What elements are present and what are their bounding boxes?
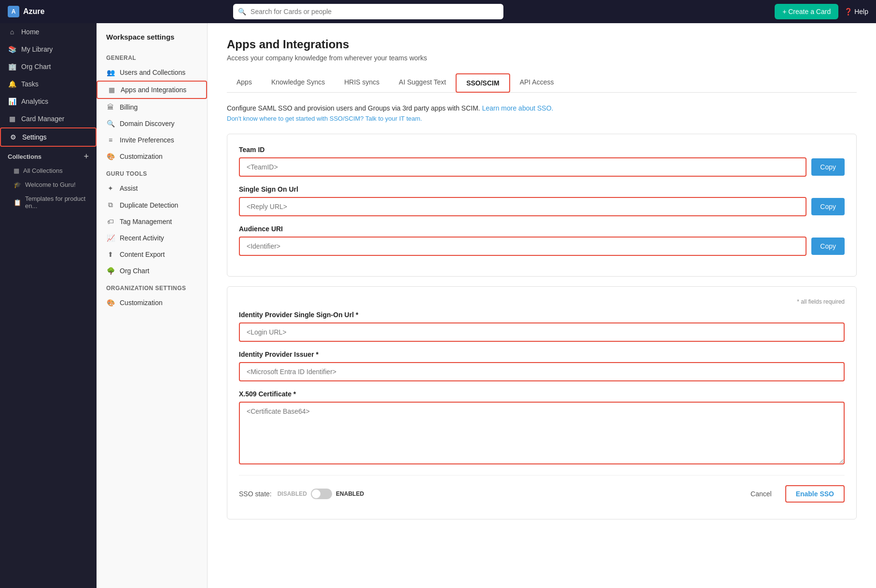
analytics-icon: 📊 (8, 98, 16, 105)
settings-item-duplicate-detection[interactable]: ⧉Duplicate Detection (97, 196, 207, 213)
field-textarea-x509-cert[interactable] (239, 402, 845, 464)
settings-item-org-chart[interactable]: 🌳Org Chart (97, 263, 207, 279)
tag-management-icon: 🏷 (106, 218, 115, 225)
settings-item-tag-management[interactable]: 🏷Tag Management (97, 213, 207, 230)
settings-item-apps-and-integrations[interactable]: ▦Apps and Integrations (97, 81, 207, 99)
collection-item-all-collections[interactable]: ▦All Collections (0, 164, 97, 178)
app-name: Azure (23, 7, 44, 16)
field-group-idp-issuer: Identity Provider Issuer * (239, 350, 845, 381)
tab-apps[interactable]: Apps (227, 73, 262, 92)
disabled-label: DISABLED (278, 490, 307, 497)
sidebar-item-card-manager[interactable]: ▦Card Manager (0, 110, 97, 127)
collections-header: Collections + (0, 147, 97, 164)
sidebar-item-settings[interactable]: ⚙Settings (0, 127, 97, 147)
main-layout: ⌂Home📚My Library🏢Org Chart🔔Tasks📊Analyti… (0, 23, 876, 588)
settings-item-users-and-collections[interactable]: 👥Users and Collections (97, 64, 207, 81)
field-label-audience-uri: Audience URI (239, 225, 845, 233)
settings-item-billing[interactable]: 🏛Billing (97, 99, 207, 115)
invite-preferences-icon: ≡ (106, 136, 115, 144)
logo-icon: A (8, 6, 19, 17)
search-input[interactable] (233, 4, 503, 19)
assist-icon: ✦ (106, 184, 115, 192)
tasks-icon: 🔔 (8, 80, 16, 88)
left-sidebar: ⌂Home📚My Library🏢Org Chart🔔Tasks📊Analyti… (0, 23, 97, 588)
sso-toggle-wrap: DISABLED ENABLED (278, 489, 364, 499)
help-icon: ❓ (844, 8, 852, 15)
help-button[interactable]: ❓ Help (844, 8, 868, 15)
field-group-idp-sso-url: Identity Provider Single Sign-On Url * (239, 311, 845, 342)
general-section-label: General (97, 49, 207, 64)
sidebar-item-my-library[interactable]: 📚My Library (0, 41, 97, 58)
sidebar-item-analytics[interactable]: 📊Analytics (0, 93, 97, 110)
learn-more-link[interactable]: Learn more about SSO. (482, 104, 554, 112)
cancel-button[interactable]: Cancel (743, 486, 779, 502)
field-label-idp-sso-url: Identity Provider Single Sign-On Url * (239, 311, 845, 319)
tabs-container: AppsKnowledge SyncsHRIS syncsAI Suggest … (227, 73, 857, 93)
settings-item-invite-preferences[interactable]: ≡Invite Preferences (97, 132, 207, 148)
domain-discovery-icon: 🔍 (106, 120, 115, 127)
field-input-sso-url[interactable] (239, 197, 806, 216)
field-label-idp-issuer: Identity Provider Issuer * (239, 350, 845, 358)
home-icon: ⌂ (8, 28, 16, 36)
collection-item-templates-for-product[interactable]: 📋Templates for product en... (0, 192, 97, 213)
copy-button-audience-uri[interactable]: Copy (811, 238, 845, 255)
required-note: * all fields required (239, 298, 845, 305)
card-manager-icon: ▦ (8, 115, 16, 123)
sso-toggle[interactable] (311, 489, 332, 499)
sso-section-1: Team ID Copy Single Sign On Url Copy Aud… (227, 134, 857, 277)
tab-ai-suggest-text[interactable]: AI Suggest Text (389, 73, 456, 92)
settings-item-domain-discovery[interactable]: 🔍Domain Discovery (97, 115, 207, 132)
field-row-team-id: Copy (239, 157, 845, 177)
search-bar-container: 🔍 (233, 4, 503, 19)
search-icon: 🔍 (238, 8, 246, 15)
footer-actions: Cancel Enable SSO (743, 485, 845, 503)
tab-hris-syncs[interactable]: HRIS syncs (334, 73, 389, 92)
tab-knowledge-syncs[interactable]: Knowledge Syncs (262, 73, 334, 92)
field-input-team-id[interactable] (239, 157, 806, 177)
recent-activity-icon: 📈 (106, 234, 115, 242)
settings-item-customization[interactable]: 🎨Customization (97, 148, 207, 165)
sidebar-item-org-chart[interactable]: 🏢Org Chart (0, 58, 97, 75)
field-group-sso-url: Single Sign On Url Copy (239, 185, 845, 216)
sso-section-2: * all fields required Identity Provider … (227, 286, 857, 519)
users-and-collections-icon: 👥 (106, 69, 115, 76)
sso-state-label: SSO state: (239, 490, 272, 498)
tab-api-access[interactable]: API Access (510, 73, 564, 92)
collection-item-welcome-to-guru[interactable]: 🎓Welcome to Guru! (0, 178, 97, 192)
add-collection-button[interactable]: + (83, 152, 89, 162)
settings-item-content-export[interactable]: ⬆Content Export (97, 246, 207, 263)
copy-button-sso-url[interactable]: Copy (811, 198, 845, 215)
field-input-idp-sso-url[interactable] (239, 322, 845, 342)
sidebar-item-home[interactable]: ⌂Home (0, 23, 97, 41)
settings-item-org-customization[interactable]: 🎨Customization (97, 294, 207, 311)
sidebar-item-tasks[interactable]: 🔔Tasks (0, 75, 97, 93)
field-input-idp-issuer[interactable] (239, 362, 845, 381)
sso-hint[interactable]: Don't know where to get started with SSO… (227, 115, 857, 122)
billing-icon: 🏛 (106, 103, 115, 111)
settings-item-assist[interactable]: ✦Assist (97, 180, 207, 196)
field-label-sso-url: Single Sign On Url (239, 185, 845, 193)
help-label: Help (854, 8, 868, 15)
create-card-button[interactable]: + Create a Card (775, 4, 838, 19)
page-title: Apps and Integrations (227, 38, 857, 51)
collections-label: Collections (8, 153, 42, 160)
customization-icon: 🎨 (106, 153, 115, 160)
copy-button-team-id[interactable]: Copy (811, 158, 845, 176)
sso-description: Configure SAML SSO and provision users a… (227, 104, 857, 112)
settings-item-recent-activity[interactable]: 📈Recent Activity (97, 230, 207, 246)
my-library-icon: 📚 (8, 45, 16, 53)
settings-sidebar: Workspace settings General 👥Users and Co… (97, 23, 208, 588)
field-row-sso-url: Copy (239, 197, 845, 216)
workspace-settings-title: Workspace settings (97, 33, 207, 49)
field-input-audience-uri[interactable] (239, 237, 806, 256)
field-label-team-id: Team ID (239, 146, 845, 154)
top-header: A Azure 🔍 + Create a Card ❓ Help (0, 0, 876, 23)
enabled-label: ENABLED (336, 490, 364, 497)
field-group-team-id: Team ID Copy (239, 146, 845, 177)
tab-sso-scim[interactable]: SSO/SCIM (456, 73, 510, 93)
content-export-icon: ⬆ (106, 251, 115, 258)
app-logo: A Azure (8, 6, 95, 17)
field-row-audience-uri: Copy (239, 237, 845, 256)
sso-description-text: Configure SAML SSO and provision users a… (227, 104, 480, 112)
enable-sso-button[interactable]: Enable SSO (785, 485, 845, 503)
